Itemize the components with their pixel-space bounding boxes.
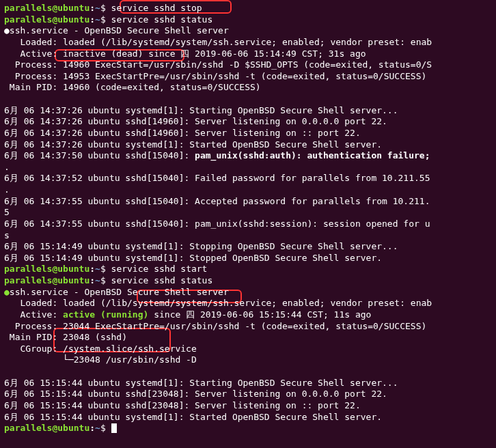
prompt-dollar: $ [100, 264, 106, 274]
prompt-user: parallels [4, 423, 52, 433]
log-line: 6月 06 15:14:49 ubuntu systemd[1]: Stoppi… [4, 241, 492, 253]
prompt-dollar: $ [100, 275, 106, 285]
status-loaded-2: Loaded: loaded (/lib/systemd/system/ssh.… [4, 298, 492, 309]
prompt-host: ubuntu [57, 3, 89, 13]
prompt-line-5[interactable]: parallels@ubuntu:~$ [4, 423, 492, 434]
prompt-user: parallels [4, 264, 52, 274]
prompt-colon: : [89, 264, 95, 274]
cmd-stop: service sshd stop [111, 3, 202, 13]
log-line: 6月 06 15:15:44 ubuntu sshd[23048]: Serve… [4, 400, 492, 412]
blank-line [4, 366, 492, 378]
status-header-1: ●ssh.service - OpenBSD Secure Shell serv… [4, 25, 492, 37]
prompt-path: ~ [95, 3, 100, 13]
log-line: 6月 06 15:15:44 ubuntu sshd[23048]: Serve… [4, 389, 492, 400]
cmd-status2: service sshd status [111, 275, 213, 285]
log-line: 6月 06 14:37:55 ubuntu sshd[15040]: Accep… [4, 196, 492, 208]
log-line: 6月 06 15:15:44 ubuntu systemd[1]: Starte… [4, 412, 492, 423]
status-active-1: Active: inactive (dead) since 四 2019-06-… [4, 48, 492, 60]
log-cont: s [4, 230, 492, 242]
prompt-line-3[interactable]: parallels@ubuntu:~$ service sshd start [4, 264, 492, 275]
cursor[interactable] [111, 423, 117, 433]
prompt-colon: : [89, 3, 95, 13]
prompt-user: parallels [4, 275, 52, 285]
status-process-3: Process: 23044 ExecStartPre=/usr/sbin/ss… [4, 321, 492, 333]
prompt-user: parallels [4, 14, 52, 25]
prompt-dollar: $ [100, 3, 106, 13]
prompt-path: ~ [95, 264, 100, 274]
log-cont: . [4, 162, 492, 173]
cmd-status1: service sshd status [111, 14, 213, 25]
status-mainpid-1: Main PID: 14960 (code=exited, status=0/S… [4, 82, 492, 94]
prompt-path: ~ [95, 14, 100, 25]
status-cgroup-2: └─23048 /usr/sbin/sshd -D [4, 354, 492, 366]
log-line: 6月 06 14:37:55 ubuntu sshd[15040]: pam_u… [4, 219, 492, 230]
log-line: 6月 06 15:14:49 ubuntu systemd[1]: Stoppe… [4, 253, 492, 264]
status-process-2: Process: 14953 ExecStartPre=/usr/sbin/ss… [4, 71, 492, 83]
blank-line [4, 94, 492, 105]
status-process-1: Process: 14960 ExecStart=/usr/sbin/sshd … [4, 59, 492, 71]
status-loaded-1: Loaded: loaded (/lib/systemd/system/ssh.… [4, 37, 492, 48]
prompt-line-4[interactable]: parallels@ubuntu:~$ service sshd status [4, 275, 492, 287]
log-line: 6月 06 14:37:50 ubuntu sshd[15040]: pam_u… [4, 150, 492, 162]
log-line: 6月 06 14:37:26 ubuntu sshd[14960]: Serve… [4, 116, 492, 128]
prompt-dollar: $ [100, 14, 106, 25]
prompt-colon: : [89, 423, 95, 433]
prompt-host: ubuntu [57, 264, 89, 274]
prompt-user: parallels [4, 3, 52, 13]
prompt-path: ~ [95, 275, 100, 285]
log-line: 6月 06 14:37:26 ubuntu systemd[1]: Starti… [4, 105, 492, 117]
prompt-host: ubuntu [57, 275, 89, 285]
prompt-line-2[interactable]: parallels@ubuntu:~$ service sshd status [4, 14, 492, 26]
log-cont: 5 [4, 207, 492, 219]
prompt-host: ubuntu [57, 423, 89, 433]
status-header-2: ●ssh.service - OpenBSD Secure Shell serv… [4, 287, 492, 298]
prompt-colon: : [89, 275, 95, 285]
prompt-path: ~ [95, 423, 100, 433]
prompt-host: ubuntu [57, 14, 89, 25]
log-line: 6月 06 14:37:52 ubuntu sshd[15040]: Faile… [4, 173, 492, 184]
log-line: 6月 06 14:37:26 ubuntu systemd[1]: Starte… [4, 139, 492, 151]
log-cont: . [4, 184, 492, 196]
prompt-dollar: $ [100, 423, 106, 433]
status-active-2: Active: active (running) since 四 2019-06… [4, 309, 492, 321]
log-line: 6月 06 14:37:26 ubuntu sshd[14960]: Serve… [4, 128, 492, 139]
cmd-start: service sshd start [111, 264, 208, 274]
status-mainpid-2: Main PID: 23048 (sshd) [4, 332, 492, 344]
prompt-colon: : [89, 14, 95, 25]
log-line: 6月 06 15:15:44 ubuntu systemd[1]: Starti… [4, 378, 492, 389]
prompt-line-1[interactable]: parallels@ubuntu:~$ service sshd stop [4, 3, 492, 14]
status-cgroup-1: CGroup: /system.slice/ssh.service [4, 344, 492, 355]
